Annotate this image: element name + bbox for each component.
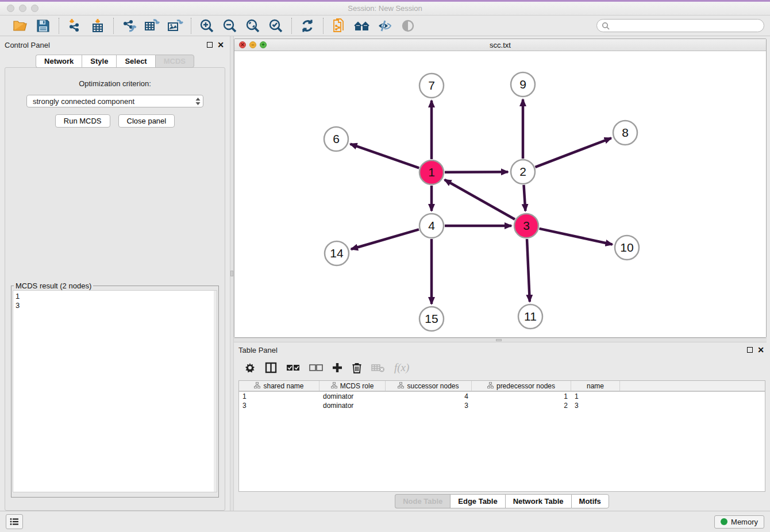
svg-text:14: 14: [330, 246, 344, 260]
edge-1-2[interactable]: [445, 172, 508, 172]
table-cell: 2: [472, 402, 571, 410]
edge-2-3[interactable]: [523, 185, 525, 211]
open-session-icon[interactable]: [11, 18, 29, 34]
svg-text:3: 3: [523, 219, 530, 232]
hierarchy-icon: [487, 382, 494, 390]
tab-select[interactable]: Select: [116, 55, 155, 68]
graph-node-7[interactable]: 7: [419, 74, 444, 98]
memory-button[interactable]: Memory: [714, 515, 764, 529]
graph-node-9[interactable]: 9: [511, 72, 535, 97]
network-window-title: scc.txt: [234, 41, 766, 49]
graph-node-10[interactable]: 10: [615, 236, 639, 260]
apply-layout-icon[interactable]: [299, 18, 316, 34]
close-panel-icon[interactable]: ✕: [217, 41, 224, 49]
edge-3-11[interactable]: [527, 239, 530, 302]
hide-selected-icon[interactable]: [376, 18, 394, 34]
tab-style[interactable]: Style: [82, 55, 116, 68]
graph-node-6[interactable]: 6: [324, 127, 348, 151]
delete-table-icon[interactable]: [371, 363, 385, 373]
optimization-criterion-label: Optimization criterion:: [11, 79, 219, 88]
table-toolbar: f(x): [238, 356, 765, 378]
export-table-icon[interactable]: [144, 18, 161, 34]
search-input[interactable]: [613, 22, 759, 30]
function-builder-icon[interactable]: f(x): [394, 361, 409, 374]
network-canvas[interactable]: 7968124314101511: [234, 51, 766, 337]
table-cell: 1: [239, 392, 319, 400]
delete-columns-icon[interactable]: [352, 362, 362, 373]
splitter-grip[interactable]: [496, 339, 502, 341]
tab-network-table[interactable]: Network Table: [505, 494, 571, 508]
column-label: predecessor nodes: [496, 382, 555, 390]
table-row[interactable]: 3dominator323: [239, 401, 765, 410]
import-network-icon[interactable]: [66, 18, 83, 34]
table-row[interactable]: 1dominator411: [239, 392, 765, 401]
window-titlebar: Session: New Session: [0, 2, 770, 16]
close-panel-icon[interactable]: ✕: [757, 346, 764, 354]
column-label: name: [587, 382, 604, 390]
run-mcds-button[interactable]: Run MCDS: [55, 114, 110, 128]
import-table-icon[interactable]: [89, 18, 106, 34]
svg-text:8: 8: [622, 126, 629, 139]
zoom-out-icon[interactable]: [221, 18, 238, 34]
duplicate-network-icon[interactable]: [330, 18, 348, 34]
toolbar-search: [596, 19, 764, 32]
graph-node-15[interactable]: 15: [419, 307, 444, 331]
graph-node-11[interactable]: 11: [518, 304, 542, 329]
svg-text:2: 2: [519, 165, 526, 178]
float-panel-icon[interactable]: [207, 41, 213, 49]
deselect-all-rows-icon[interactable]: [309, 363, 323, 372]
edge-3-10[interactable]: [539, 229, 612, 245]
column-header-name[interactable]: name: [571, 381, 620, 391]
tab-motifs[interactable]: Motifs: [571, 494, 609, 508]
column-label: successor nodes: [407, 382, 459, 390]
task-history-button[interactable]: [6, 514, 23, 529]
edge-4-14[interactable]: [351, 229, 419, 249]
mcds-result-text[interactable]: 13: [13, 290, 217, 492]
graph-node-4[interactable]: 4: [419, 214, 444, 238]
save-session-icon[interactable]: [34, 18, 52, 34]
memory-button-label: Memory: [731, 518, 758, 526]
splitter-grip[interactable]: [230, 271, 233, 276]
column-header-mcds-role[interactable]: MCDS role: [319, 381, 386, 391]
hierarchy-icon: [331, 382, 337, 390]
tab-network[interactable]: Network: [36, 55, 82, 68]
tab-mcds[interactable]: MCDS: [155, 55, 194, 68]
show-hidden-icon[interactable]: [399, 18, 417, 34]
edge-2-8[interactable]: [535, 138, 611, 167]
float-panel-icon[interactable]: [747, 346, 753, 354]
close-panel-button[interactable]: Close panel: [118, 114, 175, 128]
criterion-dropdown[interactable]: strongly connected component: [26, 95, 203, 107]
zoom-fit-icon[interactable]: [244, 18, 261, 34]
zoom-in-icon[interactable]: [198, 18, 215, 34]
select-all-rows-icon[interactable]: [286, 363, 300, 372]
column-header-shared-name[interactable]: shared name: [239, 381, 319, 391]
show-columns-icon[interactable]: [265, 362, 277, 373]
graph-node-2[interactable]: 2: [511, 160, 535, 184]
export-network-icon[interactable]: [121, 18, 138, 34]
table-cell: dominator: [319, 402, 386, 410]
column-header-successor-nodes[interactable]: successor nodes: [386, 381, 472, 391]
tab-edge-table[interactable]: Edge Table: [450, 494, 505, 508]
graph-node-8[interactable]: 8: [613, 121, 637, 145]
result-scrollbar[interactable]: [214, 291, 217, 492]
mcds-result-box: MCDS result (2 nodes) 13: [11, 282, 219, 498]
panel-splitter[interactable]: [230, 36, 234, 511]
export-image-icon[interactable]: [167, 18, 184, 34]
horizontal-splitter[interactable]: [234, 338, 767, 342]
table-settings-icon[interactable]: [244, 362, 256, 373]
svg-text:11: 11: [524, 310, 537, 323]
graph-node-14[interactable]: 14: [325, 241, 349, 265]
table-cell: 3: [571, 402, 620, 410]
add-column-icon[interactable]: [332, 363, 342, 373]
graph-node-1[interactable]: 1: [419, 160, 444, 184]
edge-3-1[interactable]: [445, 180, 515, 219]
table-tabs: Node TableEdge TableNetwork TableMotifs: [395, 494, 609, 508]
show-all-networks-icon[interactable]: [353, 18, 371, 34]
column-header-predecessor-nodes[interactable]: predecessor nodes: [472, 381, 571, 391]
network-view-window: ✕ − + scc.txt 7968124314101511: [234, 38, 767, 338]
edge-1-6[interactable]: [351, 144, 419, 168]
graph-node-3[interactable]: 3: [514, 214, 538, 238]
zoom-selected-icon[interactable]: [267, 18, 284, 34]
mcds-tab-content: Optimization criterion: strongly connect…: [5, 67, 225, 511]
tab-node-table[interactable]: Node Table: [395, 494, 450, 508]
